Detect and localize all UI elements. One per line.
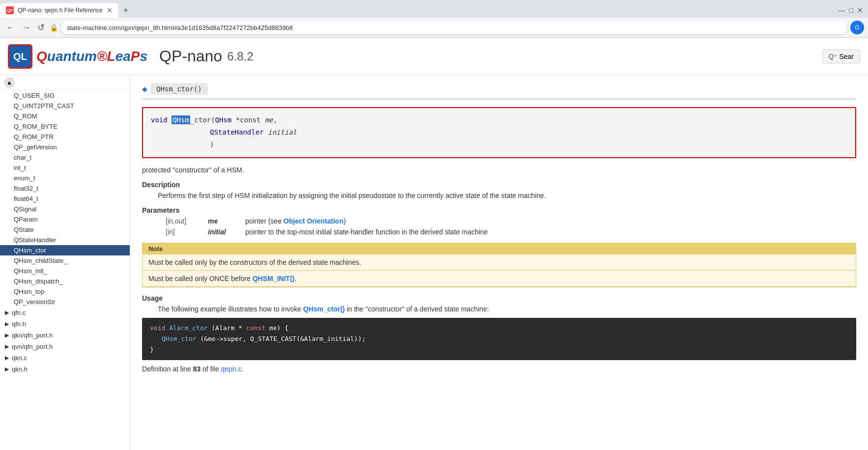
sidebar-section-qkn-qfn-port-h[interactable]: ▶ qkn/qfn_port.h [0,330,130,341]
param2-io: [in] [166,228,200,236]
section-arrow-icon: ▶ [5,321,9,327]
section-arrow-icon: ▶ [5,343,9,350]
usage-desc: The following example illustrates how to… [142,305,856,313]
code-usage-line3: } [150,344,848,355]
sidebar-section-qkn-c[interactable]: ▶ qkn.c [0,352,130,364]
code-usage-line2: QHsm_ctor (&me->super, Q_STATE_CAST(&Ala… [150,334,848,344]
sidebar-item-q-rom[interactable]: Q_ROM [0,111,130,121]
def-line-number: 83 [193,365,201,373]
sidebar-item-qhsm-top[interactable]: QHsm_top [0,286,130,297]
note-box: Note Must be called only by the construc… [142,243,856,287]
usage-desc-start: The following example illustrates how to… [158,305,303,313]
function-header: ◆ QHsm_ctor() [142,83,856,99]
sidebar: ▲ Q_USER_SIG Q_UINT2PTR_CAST Q_ROM Q_ROM… [0,75,130,450]
code-ptr-const: *const [236,116,261,124]
sidebar-item-char-t[interactable]: char_t [0,152,130,163]
logo-area: QL Quantum®LeaPs [8,44,147,69]
sidebar-section-qkn-h[interactable]: ▶ qkn.h [0,364,130,375]
sidebar-item-q-rom-ptr[interactable]: Q_ROM_PTR [0,132,130,142]
search-button[interactable]: Q⁺ Sear [822,50,860,63]
sidebar-section-qfn-h[interactable]: ▶ qfn.h [0,318,130,330]
sidebar-item-q-user-sig[interactable]: Q_USER_SIG [0,90,130,101]
sidebar-item-label: Q_UINT2PTR_CAST [14,102,74,110]
browser-chrome: QP QP-nano: qepn.h File Reference ✕ + — … [0,0,868,38]
sidebar-item-label: Q_ROM_BYTE [14,123,58,130]
sidebar-item-q-rom-byte[interactable]: Q_ROM_BYTE [0,121,130,132]
code-ctor-part: _ctor [190,116,211,124]
sidebar-item-qhsm-ctor[interactable]: QHsm_ctor [0,245,130,255]
sidebar-item-qhsm-childstate[interactable]: QHsm_childState_ [0,255,130,266]
section-arrow-icon: ▶ [5,332,9,338]
sidebar-item-label: char_t [14,154,31,161]
sidebar-item-label: QHsm_dispatch_ [14,278,63,285]
address-input[interactable] [61,21,847,34]
sidebar-item-label: QSignal [14,205,36,213]
code-params-text: (Alarm * [211,324,246,332]
sidebar-item-int-t[interactable]: int_t [0,163,130,173]
section-label: qvn/qfn_port.h [12,343,53,350]
sidebar-item-label: Q_ROM [14,112,37,120]
section-label: qkn.h [12,366,28,373]
sidebar-item-label: QP_getVersion [14,143,57,151]
code-line-1: void QHsm_ctor(QHsm *const me, [151,114,847,126]
back-button[interactable]: ← [4,21,17,35]
sidebar-scroll-up-button[interactable]: ▲ [4,77,15,88]
logo-icon: QL [8,44,32,69]
sidebar-item-label: QStateHandler [14,236,56,244]
code-qhsm-args: (&me->super, Q_STATE_CAST(&Alarm_initial… [200,335,366,342]
description-text: protected "constructor" of a HSM. [142,166,856,174]
sidebar-item-qp-versionstr[interactable]: QP_versionStr [0,297,130,307]
new-tab-button[interactable]: + [118,3,134,18]
sidebar-item-label: QHsm_top [14,288,44,295]
forward-button[interactable]: → [20,21,32,35]
tab-bar: QP QP-nano: qepn.h File Reference ✕ + — … [0,0,868,18]
description-title: Description [142,181,856,189]
reload-button[interactable]: ↺ [35,20,47,35]
def-file-link[interactable]: qepn.c [221,365,241,373]
qhsm-init-link[interactable]: QHSM_INIT() [253,275,295,282]
code-const-kw: const [246,324,265,332]
sidebar-section-qvn-qfn-port-h[interactable]: ▶ qvn/qfn_port.h [0,341,130,352]
object-orientation-link[interactable]: Object Orientation [284,217,344,225]
close-icon[interactable]: ✕ [857,6,863,14]
sidebar-item-label: QHsm_init_ [14,267,47,275]
sidebar-item-label: float64_t [14,195,38,202]
tab-close-button[interactable]: ✕ [107,6,113,14]
sidebar-item-label: Q_USER_SIG [14,92,55,99]
sidebar-item-qstate[interactable]: QState [0,225,130,235]
sidebar-item-qp-getversion[interactable]: QP_getVersion [0,142,130,152]
qhsm-ctor-usage-link[interactable]: QHsm_ctor() [303,305,345,313]
code-void-keyword: void [151,116,168,124]
sidebar-item-q-uint2ptr[interactable]: Q_UINT2PTR_CAST [0,101,130,111]
search-icon: Q⁺ [829,53,838,60]
parameters-table: [in,out] me pointer (see Object Orientat… [142,217,856,236]
code-usage-line1: void Alarm_ctor (Alarm * const me) { [150,323,848,334]
sidebar-item-float64-t[interactable]: float64_t [0,194,130,204]
sidebar-item-label: enum_t [14,174,35,182]
sidebar-item-qhsm-init[interactable]: QHsm_init_ [0,266,130,276]
address-bar: ← → ↺ 🔒 G [0,18,868,37]
sidebar-section-qfn-c[interactable]: ▶ qfn.c [0,307,130,318]
param-row-initial: [in] initial pointer to the top-most ini… [166,228,856,236]
sidebar-item-qparam[interactable]: QParam [0,214,130,225]
sidebar-item-qstatehandler[interactable]: QStateHandler [0,235,130,245]
minimize-icon[interactable]: — [839,6,845,14]
anchor-icon: ◆ [142,85,147,93]
sidebar-item-qsignal[interactable]: QSignal [0,204,130,214]
logo-text: Quantum®LeaPs [36,49,147,64]
sidebar-item-label: QParam [14,216,37,223]
param1-desc: pointer (see Object Orientation) [245,217,346,225]
active-tab[interactable]: QP QP-nano: qepn.h File Reference ✕ [0,3,118,18]
sidebar-item-float32-t[interactable]: float32_t [0,183,130,194]
def-of: of file [201,365,221,373]
top-header: QL Quantum®LeaPs QP-nano 6.8.2 Q⁺ Sear [0,38,868,75]
sidebar-item-qhsm-dispatch[interactable]: QHsm_dispatch_ [0,276,130,286]
section-label: qfn.h [12,320,26,328]
code-line-2: QStateHandler initial [151,126,847,139]
section-arrow-icon: ▶ [5,309,9,316]
maximize-icon[interactable]: □ [849,6,853,14]
svg-text:QL: QL [13,51,27,62]
sidebar-item-enum-t[interactable]: enum_t [0,173,130,183]
code-close-paren: ) [210,141,214,148]
profile-button[interactable]: G [850,21,864,34]
